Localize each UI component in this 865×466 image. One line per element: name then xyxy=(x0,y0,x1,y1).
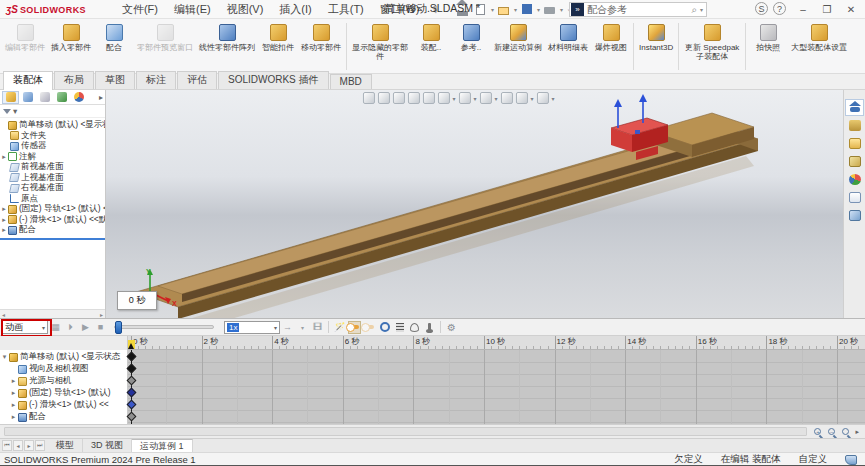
open-button[interactable] xyxy=(496,2,512,17)
tree-item-origin[interactable]: 原点 xyxy=(0,194,105,205)
ribbon-button-move-component[interactable]: 移动零部件 xyxy=(298,21,344,72)
timeline-grid[interactable] xyxy=(128,350,865,424)
keyframe[interactable] xyxy=(127,412,137,422)
rail-front[interactable] xyxy=(182,140,718,302)
tree-item-mates[interactable]: ▸配合 xyxy=(0,225,105,236)
filter-caret-icon[interactable]: ▾ xyxy=(13,106,17,116)
graphics-viewport[interactable]: ▾ ▾ ▾ ▾ ▾ xyxy=(106,90,843,318)
help-icon[interactable]: ? xyxy=(773,2,786,15)
timeline-zoom-out-button[interactable]: – xyxy=(825,426,838,438)
playback-speed-combo[interactable]: 1x ▾ xyxy=(224,321,280,334)
ribbon-button-linear-pattern[interactable]: 线性零部件阵列 xyxy=(196,21,258,72)
motion-row-rail[interactable]: ▸(固定) 导轨<1> (默认) xyxy=(0,387,127,399)
motion-row-assembly[interactable]: ▾简单移动 (默认) <显示状态 xyxy=(0,351,127,363)
keyframe[interactable] xyxy=(127,376,137,386)
tab-addins[interactable]: SOLIDWORKS 插件 xyxy=(218,71,329,89)
appearances-button[interactable] xyxy=(845,171,864,188)
search-scope-icon[interactable]: » xyxy=(571,3,584,16)
menu-file[interactable]: 文件(F) xyxy=(114,0,166,19)
print-caret-icon[interactable]: ▾ xyxy=(560,6,563,13)
ribbon-button-smart-fasteners[interactable]: 智能扣件 xyxy=(258,21,298,72)
ribbon-button-reference-geometry[interactable]: 参考.. xyxy=(451,21,491,72)
ribbon-button-take-snapshot[interactable]: 拍快照 xyxy=(748,21,788,72)
spring-button[interactable] xyxy=(393,321,406,334)
playback-mode-button[interactable]: → xyxy=(281,321,294,334)
ribbon-button-exploded-view[interactable]: 爆炸视图 xyxy=(591,21,631,72)
featuremanager-tab[interactable] xyxy=(2,91,19,104)
open-caret-icon[interactable]: ▾ xyxy=(514,6,517,13)
ruler-scale[interactable]: 0 秒 2 秒 4 秒 6 秒 8 秒 10 秒 12 秒 14 秒 16 秒 … xyxy=(128,336,865,350)
timebar-handle[interactable] xyxy=(128,340,135,349)
timebar-slider-thumb[interactable] xyxy=(115,321,122,334)
timeline-expand-icon[interactable]: ▸ xyxy=(855,428,859,436)
play-button[interactable]: ▶ xyxy=(79,321,92,334)
contact-button[interactable] xyxy=(408,321,421,334)
print-button[interactable] xyxy=(542,2,558,17)
configurationmanager-tab[interactable] xyxy=(36,91,53,104)
scroll-left-icon[interactable]: ◂ xyxy=(2,311,5,318)
tab-motion-study-1[interactable]: 运动算例 1 xyxy=(132,439,193,452)
tree-filter-row[interactable]: ▾ xyxy=(0,105,105,118)
assembly-model[interactable] xyxy=(106,90,843,318)
new-caret-icon[interactable]: ▾ xyxy=(491,6,494,13)
tab-assembly[interactable]: 装配体 xyxy=(3,71,53,90)
ribbon-button-instant3d[interactable]: Instant3D xyxy=(636,21,676,72)
resources-button[interactable] xyxy=(845,207,864,224)
custom-status[interactable]: 自定义 xyxy=(799,453,828,466)
search-input[interactable]: 配合参考 xyxy=(587,3,627,17)
tab-first-icon[interactable]: ⏮ xyxy=(2,440,12,451)
dimxpertmanager-tab[interactable] xyxy=(53,91,70,104)
scroll-right-icon[interactable]: ▸ xyxy=(100,311,103,318)
home-button[interactable] xyxy=(455,2,471,17)
tab-next-icon[interactable]: ▸ xyxy=(24,440,34,451)
timeline-zoom-in-button[interactable]: + xyxy=(811,426,824,438)
login-icon[interactable]: S xyxy=(755,2,768,15)
taskpane-home-button[interactable] xyxy=(845,99,864,116)
search-icon[interactable]: ⌕ xyxy=(691,4,697,16)
displaymanager-tab[interactable] xyxy=(70,91,87,104)
menu-window[interactable]: 窗口(W) xyxy=(372,0,428,19)
menu-insert[interactable]: 插入(I) xyxy=(271,0,319,19)
custom-properties-button[interactable] xyxy=(845,189,864,206)
restore-button[interactable]: ❐ xyxy=(815,0,839,18)
tree-item-rail[interactable]: ▸(固定) 导轨<1> (默认) <<默认>_ xyxy=(0,204,105,215)
new-document-button[interactable] xyxy=(473,2,489,17)
tree-item-front-plane[interactable]: 前视基准面 xyxy=(0,162,105,173)
ribbon-button-show-hidden[interactable]: 显示隐藏的零部件 xyxy=(349,21,411,72)
tab-sketch[interactable]: 草图 xyxy=(95,71,135,89)
tree-item-right-plane[interactable]: 右视基准面 xyxy=(0,183,105,194)
ribbon-button-new-motion-study[interactable]: 新建运动算例 xyxy=(491,21,545,72)
keyframe[interactable] xyxy=(127,388,137,398)
save-button[interactable] xyxy=(519,2,535,17)
tab-mbd[interactable]: MBD xyxy=(330,74,372,89)
study-type-combo[interactable]: 动画 ▾ xyxy=(2,320,48,334)
motion-row-mates[interactable]: ▸配合 xyxy=(0,411,127,423)
close-button[interactable]: ✕ xyxy=(839,0,863,18)
tab-layout[interactable]: 布局 xyxy=(54,71,94,89)
rail-top[interactable] xyxy=(158,132,718,294)
ribbon-button-large-assembly-settings[interactable]: 大型装配体设置 xyxy=(788,21,850,72)
tree-splitter[interactable] xyxy=(0,238,105,240)
gravity-button[interactable] xyxy=(423,321,436,334)
search-box[interactable]: » 配合参考 ⌕ ▾ xyxy=(569,2,707,17)
rail-base-front[interactable] xyxy=(178,139,758,318)
ribbon-button-assembly-features[interactable]: 装配.. xyxy=(411,21,451,72)
stop-button[interactable]: ■ xyxy=(94,321,107,334)
motion-row-slider[interactable]: ▸(-) 滑块<1> (默认) << xyxy=(0,399,127,411)
play-from-start-button[interactable]: ⏵ xyxy=(64,321,77,334)
motor-button[interactable] xyxy=(378,321,391,334)
timeline-horizontal-scrollbar[interactable] xyxy=(4,427,807,436)
animation-wizard-button[interactable]: 🪄 xyxy=(333,321,346,334)
tree-item-slider[interactable]: ▸(-) 滑块<1> (默认) <<默认>_显 xyxy=(0,215,105,226)
tab-3d-views[interactable]: 3D 视图 xyxy=(83,439,132,452)
motion-study-properties-button[interactable] xyxy=(445,321,458,334)
tree-item-assembly[interactable]: 简单移动 (默认) <显示状态-1> xyxy=(0,120,105,131)
keyframe[interactable] xyxy=(127,400,137,410)
tab-prev-icon[interactable]: ◂ xyxy=(13,440,23,451)
keyframe[interactable] xyxy=(127,352,137,362)
autokey-button[interactable] xyxy=(348,321,361,334)
timebar-slider[interactable] xyxy=(114,325,214,329)
panel-overflow-icon[interactable]: ▸ xyxy=(99,93,103,102)
menu-edit[interactable]: 编辑(E) xyxy=(166,0,219,19)
minimize-button[interactable]: – xyxy=(791,0,815,18)
